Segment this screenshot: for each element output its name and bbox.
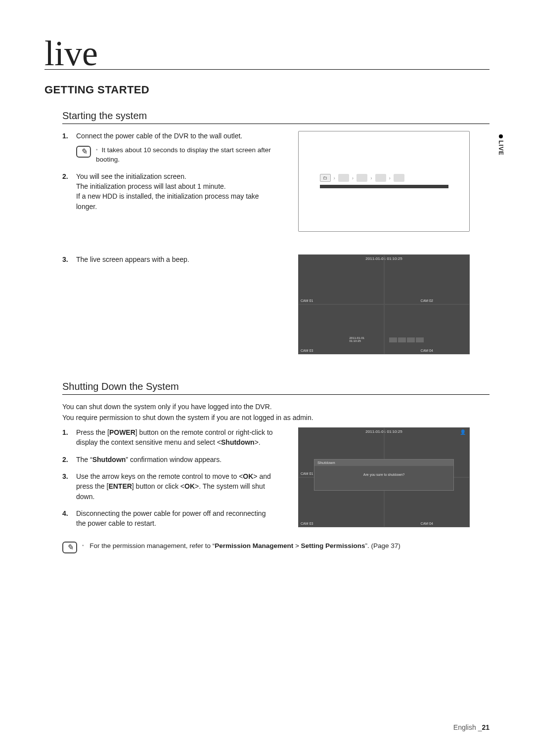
step-3: The live screen appears with a beep. [62,254,277,264]
cam-label: CAM 01 [301,472,313,475]
live-screen: 2011-01-01 01:10:25 CAM 01 CAM 02 CAM 03… [298,254,470,354]
shutdown-step-4: Disconnecting the power cable for power … [62,508,277,529]
chevron-icon: › [389,175,391,181]
layout-icon [389,337,397,342]
init-icon-4 [375,174,386,182]
shutdown-screen: 2011-01-01 01:10:25 👤 CAM 01 CAM 03 CAM … [298,427,470,527]
cam-label: CAM 04 [421,522,433,525]
note-1: ✎ It takes about 10 seconds to display t… [76,146,277,165]
side-tab-label: LIVE [497,140,504,156]
note-2: ✎ For the permission management, refer t… [62,542,490,553]
toolbar-icon [407,337,415,342]
dialog-body: Are you sure to shutdown? [314,466,453,476]
subsection-starting: Starting the system [62,110,490,124]
small-timestamp: 2011-01-01 01:10:25 [350,336,365,342]
shutdown-step-3: Use the arrow keys on the remote control… [62,471,277,502]
init-icon-3 [356,174,367,182]
shutdown-dialog: Shutdown Are you sure to shutdown? [314,459,454,491]
cam-label: CAM 04 [421,349,433,352]
cam-label: CAM 02 [421,299,433,302]
toolbar-icon [416,337,424,342]
progress-bar [320,185,448,188]
step-2: You will see the initialization screen. … [62,171,277,211]
dialog-title: Shutdown [314,460,453,466]
cam-label: CAM 03 [301,349,313,352]
page-footer: English _21 [453,723,490,731]
step-1: Connect the power cable of the DVR to th… [62,131,277,165]
footer-lang: English _ [453,723,482,731]
note-icon: ✎ [62,542,77,553]
side-tab: LIVE [497,134,504,156]
cam-label: CAM 03 [301,522,313,525]
page-number: 21 [482,723,490,731]
hdd-icon: 🗀 [320,174,331,182]
shutdown-step-1: Press the [POWER] button on the remote c… [62,427,277,448]
step-2-text: You will see the initialization screen. … [76,172,259,210]
note-icon: ✎ [76,146,91,158]
cam-label: CAM 01 [301,299,313,302]
subsection-shutting: Shutting Down the System [62,381,490,395]
step-1-text: Connect the power cable of the DVR to th… [76,132,242,140]
section-heading: GETTING STARTED [44,84,490,96]
chapter-title: live [44,40,490,70]
toolbar-icon [398,337,406,342]
shutdown-intro-1: You can shut down the system only if you… [62,402,490,412]
chevron-icon: › [370,175,372,181]
shutdown-step-2: The “Shutdown” confirmation window appea… [62,455,277,464]
note-1-text: It takes about 10 seconds to display the… [96,146,277,165]
shutdown-intro-2: You require permission to shut down the … [62,413,490,422]
step-3-text: The live screen appears with a beep. [76,255,189,263]
toolbar [389,337,424,342]
note-2-text: For the permission management, refer to … [82,542,490,551]
init-screen: 🗀 › › › › [298,131,470,232]
chevron-icon: › [334,175,335,181]
chevron-icon: › [352,175,354,181]
init-icon-5 [394,174,404,182]
bullet-icon [499,134,503,138]
init-icon-2 [338,174,349,182]
